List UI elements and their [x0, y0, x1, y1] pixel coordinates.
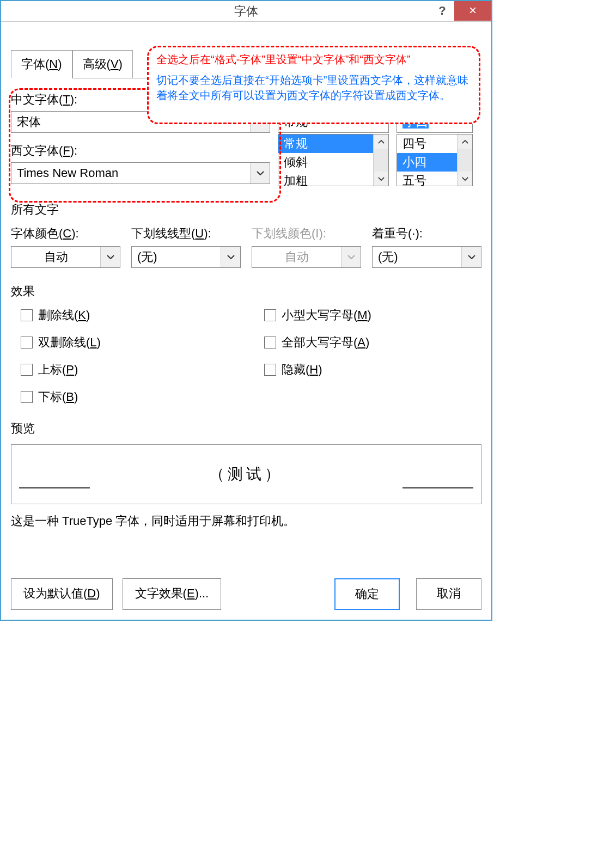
superscript-checkbox[interactable]: 上标(P) — [21, 362, 101, 378]
button-row: 设为默认值(D) 文字效果(E)... 确定 取消 — [11, 578, 481, 610]
hidden-checkbox[interactable]: 隐藏(H) — [264, 362, 371, 378]
font-size-list[interactable]: 四号 小四 五号 — [397, 134, 473, 186]
all-text-row: 字体颜色(C): 自动 下划线线型(U): (无) 下划线颜色(I): — [11, 225, 481, 268]
underline-style-label: 下划线线型(U): — [131, 225, 241, 242]
checkbox-icon — [21, 391, 33, 403]
list-item[interactable]: 常规 — [278, 135, 373, 153]
strikethrough-checkbox[interactable]: 删除线(K) — [21, 307, 101, 323]
text-effects-button[interactable]: 文字效果(E)... — [123, 578, 222, 610]
tab-font[interactable]: 字体(N) — [11, 50, 72, 78]
checkbox-icon — [21, 309, 33, 321]
window-title: 字体 — [234, 3, 258, 20]
effects-heading: 效果 — [11, 283, 481, 299]
chevron-down-icon[interactable] — [250, 163, 270, 184]
underline-color-combo: 自动 — [252, 246, 361, 268]
effects-grid: 删除线(K) 双删除线(L) 上标(P) 下标(B) 小型大 — [11, 307, 481, 405]
chevron-down-icon[interactable] — [374, 172, 388, 186]
checkbox-icon — [264, 364, 276, 376]
western-font-value[interactable]: Times New Roman — [11, 163, 250, 184]
chevron-up-icon[interactable] — [374, 135, 388, 149]
checkbox-icon — [21, 364, 33, 376]
list-item[interactable]: 五号 — [397, 172, 457, 186]
chevron-down-icon — [341, 247, 361, 267]
close-icon[interactable]: × — [454, 1, 491, 21]
preview-text: （测试） — [209, 464, 283, 485]
chevron-down-icon[interactable] — [100, 247, 120, 267]
double-strikethrough-checkbox[interactable]: 双删除线(L) — [21, 334, 101, 351]
checkbox-icon — [264, 309, 276, 321]
dialog-body: 全选之后在“格式-字体”里设置“中文字体”和“西文字体” 切记不要全选后直接在“… — [1, 22, 491, 620]
smallcaps-checkbox[interactable]: 小型大写字母(M) — [264, 307, 371, 323]
tab-advanced[interactable]: 高级(V) — [72, 50, 133, 78]
list-item[interactable]: 倾斜 — [278, 153, 373, 172]
list-item[interactable]: 小四 — [397, 153, 457, 172]
font-style-list[interactable]: 常规 倾斜 加粗 — [278, 134, 389, 186]
preview-box: （测试） — [11, 444, 481, 504]
preview-heading: 预览 — [11, 420, 481, 437]
emphasis-combo[interactable]: (无) — [372, 246, 481, 268]
scrollbar[interactable] — [373, 135, 388, 186]
emphasis-label: 着重号(·): — [372, 225, 481, 242]
chevron-up-icon[interactable] — [458, 135, 472, 149]
scrollbar[interactable] — [457, 135, 472, 186]
font-dialog: 字体 ? × 全选之后在“格式-字体”里设置“中文字体”和“西文字体” 切记不要… — [0, 0, 492, 621]
underline-color-label: 下划线颜色(I): — [252, 225, 361, 242]
preview-rule-right — [402, 487, 473, 488]
allcaps-checkbox[interactable]: 全部大写字母(A) — [264, 334, 371, 351]
chevron-down-icon[interactable] — [461, 247, 481, 267]
preview-rule-left — [19, 487, 90, 488]
titlebar: 字体 ? × — [1, 1, 491, 22]
annotation-callout: 全选之后在“格式-字体”里设置“中文字体”和“西文字体” 切记不要全选后直接在“… — [147, 46, 480, 124]
list-item[interactable]: 加粗 — [278, 172, 373, 186]
subscript-checkbox[interactable]: 下标(B) — [21, 389, 101, 405]
all-text-heading: 所有文字 — [11, 201, 481, 218]
checkbox-icon — [264, 337, 276, 349]
list-item[interactable]: 四号 — [397, 135, 457, 153]
help-icon[interactable]: ? — [432, 1, 452, 21]
chevron-down-icon[interactable] — [458, 172, 472, 186]
western-font-label: 西文字体(F): — [11, 143, 270, 159]
cancel-button[interactable]: 取消 — [416, 578, 481, 610]
font-color-label: 字体颜色(C): — [11, 225, 120, 242]
font-color-combo[interactable]: 自动 — [11, 246, 120, 268]
western-font-combo[interactable]: Times New Roman — [11, 162, 270, 184]
checkbox-icon — [21, 337, 33, 349]
ok-button[interactable]: 确定 — [334, 578, 400, 610]
chevron-down-icon[interactable] — [221, 247, 240, 267]
preview-description: 这是一种 TrueType 字体，同时适用于屏幕和打印机。 — [11, 513, 481, 529]
underline-style-combo[interactable]: (无) — [131, 246, 241, 268]
annotation-line1: 全选之后在“格式-字体”里设置“中文字体”和“西文字体” — [156, 52, 471, 67]
annotation-line2: 切记不要全选后直接在“开始选项卡”里设置西文字体，这样就意味着将全文中所有可以设… — [156, 72, 471, 103]
set-default-button[interactable]: 设为默认值(D) — [11, 578, 113, 610]
